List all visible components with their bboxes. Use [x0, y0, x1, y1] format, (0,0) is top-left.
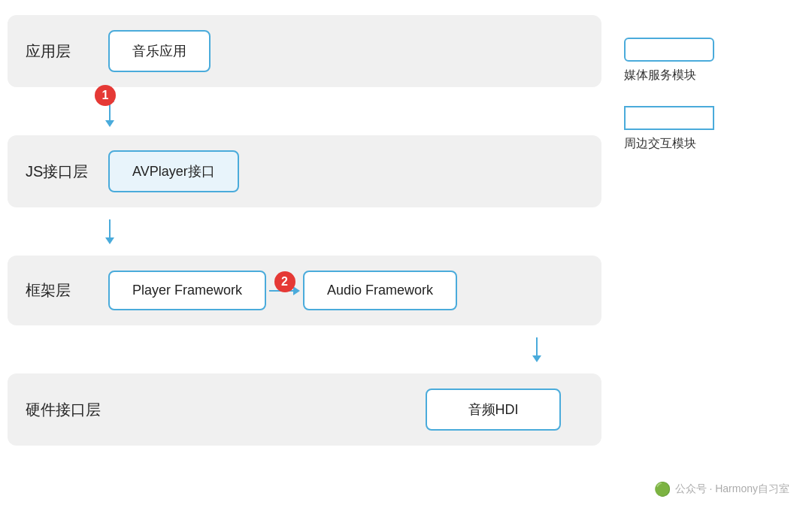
watermark-text: 公众号 · Harmony自习室 [675, 482, 789, 496]
framework-layer-content: Player Framework 2 Audio Framework [108, 271, 583, 310]
down-arrow [105, 219, 114, 244]
hardware-layer: 硬件接口层 音频HDI [8, 373, 601, 446]
badge-1: 1 [95, 85, 116, 106]
arrow-down-icon-2 [105, 237, 114, 244]
badge-2: 2 [274, 271, 295, 292]
legend-peripheral-label: 周边交互模块 [624, 136, 714, 152]
audio-framework-box: Audio Framework [303, 271, 457, 310]
arrow-down-icon [105, 120, 114, 127]
connector-3 [8, 334, 601, 364]
legend-media-service-label: 媒体服务模块 [624, 68, 714, 83]
legend-media-service-box [624, 38, 714, 62]
js-layer: JS接口层 AVPlayer接口 [8, 135, 601, 207]
wechat-icon: 🟢 [654, 481, 671, 497]
diagram-area: 应用层 音乐应用 1 [8, 15, 601, 446]
hardware-layer-content: 音频HDI [116, 389, 583, 431]
arrow-down-icon-3 [532, 355, 541, 362]
avplayer-box: AVPlayer接口 [108, 150, 239, 192]
app-layer: 应用层 音乐应用 [8, 15, 601, 87]
legend-peripheral-box [624, 106, 714, 130]
js-layer-label: JS接口层 [26, 162, 93, 182]
app-layer-content: 音乐应用 [108, 30, 583, 72]
legend-peripheral: 周边交互模块 [624, 106, 714, 152]
watermark: 🟢 公众号 · Harmony自习室 [654, 481, 789, 497]
legend-media-service: 媒体服务模块 [624, 38, 714, 83]
connector-1: 1 [8, 96, 601, 126]
hardware-layer-label: 硬件接口层 [26, 400, 101, 420]
music-app-box: 音乐应用 [108, 30, 211, 72]
down-arrow-right [532, 337, 541, 362]
framework-layer: 框架层 Player Framework 2 Audio Framew [8, 256, 601, 325]
js-layer-content: AVPlayer接口 [108, 150, 583, 192]
app-layer-label: 应用层 [26, 41, 93, 62]
connector-2 [8, 216, 601, 246]
h-connector-2: 2 [269, 286, 300, 295]
arrow-right-icon [293, 286, 300, 295]
player-framework-box: Player Framework [108, 271, 266, 310]
legend-area: 媒体服务模块 周边交互模块 [624, 15, 774, 152]
audio-hdi-box: 音频HDI [426, 389, 561, 431]
framework-layer-label: 框架层 [26, 280, 93, 301]
